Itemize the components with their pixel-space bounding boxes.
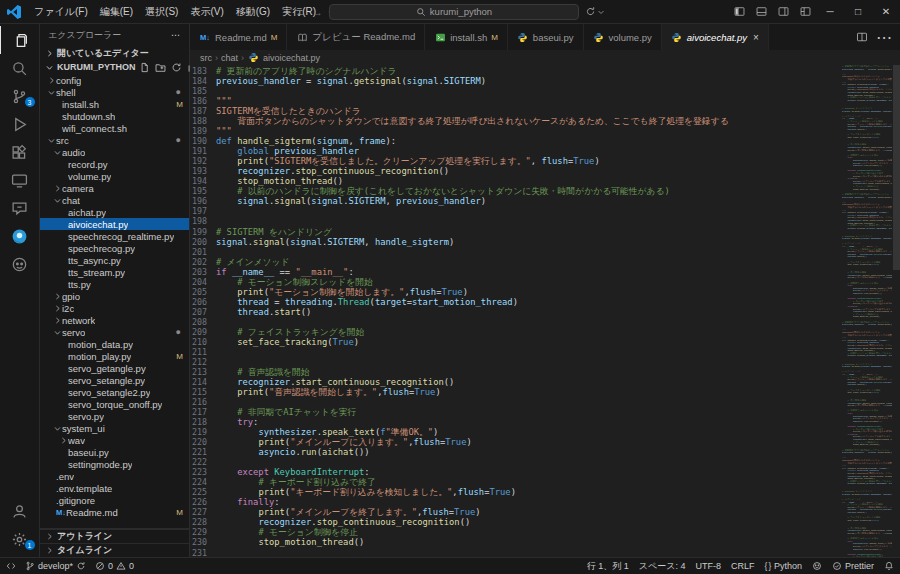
new-folder-button[interactable] — [155, 62, 166, 73]
tree-item-shell[interactable]: shell● — [40, 86, 189, 98]
tree-item-.gitignore[interactable]: .gitignore — [40, 494, 189, 506]
split-editor-icon[interactable] — [856, 31, 868, 43]
code-line[interactable]: 208 — [190, 317, 838, 327]
tree-item-Readme.md[interactable]: M↓Readme.mdM — [40, 506, 189, 518]
code-line[interactable]: 197 — [190, 206, 838, 216]
tree-item-.env[interactable]: .env — [40, 470, 189, 482]
tree-item-servo_getangle.py[interactable]: servo_getangle.py — [40, 362, 189, 374]
code-line[interactable]: 203if __name__ == "__main__": — [190, 267, 838, 277]
code-line[interactable]: 186""" — [190, 96, 838, 106]
tree-item-audio[interactable]: audio — [40, 146, 189, 158]
tree-item-gpio[interactable]: gpio — [40, 290, 189, 302]
status-notifications[interactable] — [884, 561, 894, 571]
code-line[interactable]: 214 recognizer.start_continuous_recognit… — [190, 377, 838, 387]
breadcrumb[interactable]: src›chat›aivoicechat.py — [190, 50, 900, 65]
status-eol[interactable]: CRLF — [731, 561, 755, 571]
tree-item-tts_stream.py[interactable]: tts_stream.py — [40, 266, 189, 278]
breadcrumb-item-chat[interactable]: chat — [221, 53, 238, 63]
code-line[interactable]: 225 print("キーボード割り込みを検知しました。",flush=True… — [190, 487, 838, 497]
status-formatter[interactable]: Prettier — [832, 561, 874, 571]
status-indentation[interactable]: スペース: 4 — [639, 560, 686, 573]
tree-item-motion_data.py[interactable]: motion_data.py — [40, 338, 189, 350]
code-line[interactable]: 196 signal.signal(signal.SIGTERM, previo… — [190, 196, 838, 206]
tree-item-motion_play.py[interactable]: motion_play.pyM — [40, 350, 189, 362]
code-line[interactable]: 192 print("SIGTERMを受信しました。クリーンアップ処理を実行しま… — [190, 156, 838, 166]
nav-back-button[interactable]: ← — [295, 6, 306, 18]
toggle-primary-sidebar-button[interactable] — [728, 0, 750, 23]
tree-item-volume.py[interactable]: volume.py — [40, 170, 189, 182]
code-line[interactable]: 211 — [190, 347, 838, 357]
new-file-button[interactable] — [139, 62, 150, 73]
tab-close-icon[interactable]: × — [753, 32, 759, 43]
toggle-secondary-sidebar-button[interactable] — [772, 0, 794, 23]
tab-プレビュー Readme.md[interactable]: プレビュー Readme.md — [287, 24, 425, 50]
code-line[interactable]: 200signal.signal(signal.SIGTERM, handle_… — [190, 237, 838, 247]
code-line[interactable]: 231 — [190, 548, 838, 558]
code-line[interactable]: 228 recognizer.stop_continuous_recogniti… — [190, 517, 838, 527]
tab-baseui.py[interactable]: baseui.py — [508, 24, 584, 50]
tab-volume.py[interactable]: volume.py — [584, 24, 662, 50]
tree-item-servo[interactable]: servo● — [40, 326, 189, 338]
sidebar-section-アウトライン[interactable]: アウトライン — [40, 529, 189, 543]
sidebar-section-タイムライン[interactable]: タイムライン — [40, 543, 189, 557]
tree-item-servo_torque_onoff.py[interactable]: servo_torque_onoff.py — [40, 398, 189, 410]
status-feedback[interactable] — [812, 561, 822, 571]
tab-install.sh[interactable]: install.shM — [425, 24, 508, 50]
tree-item-record.py[interactable]: record.py — [40, 158, 189, 170]
activity-extensions[interactable] — [0, 138, 40, 166]
code-line[interactable]: 226 finally: — [190, 497, 838, 507]
code-line[interactable]: 230 stop_motion_thread() — [190, 537, 838, 547]
code-line[interactable]: 213 # 音声認識を開始 — [190, 367, 838, 377]
code-line[interactable]: 221 asyncio.run(aichat()) — [190, 447, 838, 457]
status-encoding[interactable]: UTF-8 — [695, 561, 721, 571]
code-line[interactable]: 193 recognizer.stop_continuous_recogniti… — [190, 166, 838, 176]
tree-item-speechrecog_realtime.py[interactable]: speechrecog_realtime.py — [40, 230, 189, 242]
open-editors-section[interactable]: 開いているエディター — [40, 46, 189, 60]
tab-aivoicechat.py[interactable]: aivoicechat.py× — [662, 24, 769, 50]
tree-item-i2c[interactable]: i2c — [40, 302, 189, 314]
code-line[interactable]: 229 # モーション制御を停止 — [190, 527, 838, 537]
activity-edge-devtools[interactable] — [0, 222, 40, 250]
explorer-more-button[interactable]: ⋯ — [171, 30, 181, 40]
code-line[interactable]: 220 print("メインループに入ります。",flush=True) — [190, 437, 838, 447]
activity-explorer[interactable] — [0, 26, 40, 54]
refresh-button[interactable] — [171, 62, 182, 73]
status-cursor-position[interactable]: 行 1、列 1 — [587, 560, 629, 573]
code-line[interactable]: 217 # 非同期でAIチャットを実行 — [190, 407, 838, 417]
tree-item-settingmode.py[interactable]: settingmode.py — [40, 458, 189, 470]
tree-item-servo.py[interactable]: servo.py — [40, 410, 189, 422]
code-line[interactable]: 212 — [190, 357, 838, 367]
code-line[interactable]: 206 thread = threading.Thread(target=sta… — [190, 297, 838, 307]
tree-item-speechrecog.py[interactable]: speechrecog.py — [40, 242, 189, 254]
status-language-mode[interactable]: { }Python — [764, 561, 802, 571]
activity-copilot[interactable] — [0, 250, 40, 278]
minimize-button[interactable]: ─ — [816, 0, 844, 23]
activity-remote-explorer[interactable] — [0, 166, 40, 194]
code-line[interactable]: 189""" — [190, 126, 838, 136]
code-line[interactable]: 195 # 以前のハンドラに制御を戻す(これをしておかないとシャットダウンに失敗… — [190, 186, 838, 196]
tree-item-tts_async.py[interactable]: tts_async.py — [40, 254, 189, 266]
tree-item-system_ui[interactable]: system_ui — [40, 422, 189, 434]
code-line[interactable]: 219 synthesizer.speak_text(f"準備OK。") — [190, 427, 838, 437]
activity-search[interactable] — [0, 54, 40, 82]
tree-item-servo_setangle2.py[interactable]: servo_setangle2.py — [40, 386, 189, 398]
code-line[interactable]: 227 print("メインループを終了します。",flush=True) — [190, 507, 838, 517]
code-line[interactable]: 188 背面ボタンからのシャットダウンでは意図する終了処理が呼び出されないケース… — [190, 116, 838, 126]
tree-item-network[interactable]: network — [40, 314, 189, 326]
customize-layout-button[interactable] — [794, 0, 816, 23]
code-editor[interactable]: 183# 更新前のアプリ終了時のシグナルハンドラ184previous_hand… — [190, 65, 900, 557]
code-line[interactable]: 198 — [190, 216, 838, 226]
tree-item-wifi_connect.sh[interactable]: wifi_connect.sh — [40, 122, 189, 134]
close-button[interactable]: ✕ — [872, 0, 900, 23]
code-line[interactable]: 224 # キーボード割り込みで終了 — [190, 477, 838, 487]
vertical-scrollbar[interactable] — [893, 65, 900, 270]
menu-v[interactable]: 表示(V) — [184, 3, 229, 21]
tree-item-src[interactable]: src● — [40, 134, 189, 146]
breadcrumb-item-src[interactable]: src — [200, 53, 212, 63]
tree-item-aichat.py[interactable]: aichat.py — [40, 206, 189, 218]
maximize-button[interactable]: □ — [844, 0, 872, 23]
code-line[interactable]: 204 # モーション制御スレッドを開始 — [190, 277, 838, 287]
tree-item-.env.template[interactable]: .env.template — [40, 482, 189, 494]
code-line[interactable]: 207 thread.start() — [190, 307, 838, 317]
tree-item-aivoicechat.py[interactable]: aivoicechat.py — [40, 218, 189, 230]
